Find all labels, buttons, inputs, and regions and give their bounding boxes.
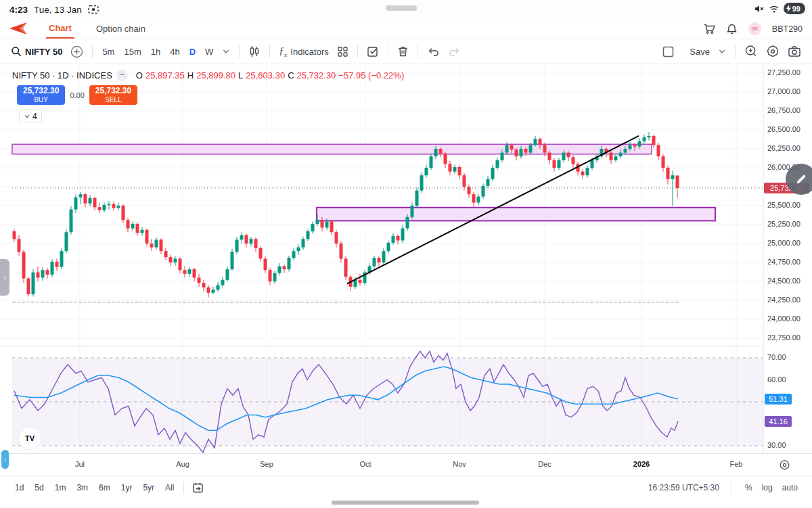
chart-area[interactable]: NIFTY 50 · 1D · INDICES − O25,897.35 H25… bbox=[0, 0, 812, 508]
buy-price: 25,732.30 bbox=[23, 87, 59, 96]
spread-value: 0.00 bbox=[70, 91, 84, 99]
low-label: L bbox=[238, 70, 243, 80]
range-1d[interactable]: 1d bbox=[9, 481, 29, 494]
rsi-axis-label: 60.00 bbox=[767, 375, 786, 384]
left-scroll-handle[interactable]: › bbox=[1, 450, 9, 469]
range-5yr[interactable]: 5yr bbox=[137, 481, 160, 494]
month-label: Nov bbox=[453, 460, 466, 468]
ohlc-values: O25,897.35 H25,899.80 L25,603.30 C25,732… bbox=[136, 70, 404, 80]
range-5d[interactable]: 5d bbox=[29, 481, 49, 494]
open-label: O bbox=[136, 70, 143, 80]
price-axis-label: 26,500.00 bbox=[767, 125, 800, 133]
price-axis-label: 24,250.00 bbox=[767, 296, 800, 304]
month-label: 2026 bbox=[633, 460, 650, 468]
month-label: Sep bbox=[260, 460, 273, 468]
bottom-toolbar: 1d5d1m3m6m1yr5yrAll 16:23:59 UTC+5:30 %l… bbox=[0, 476, 812, 499]
axis-settings-gear-icon[interactable] bbox=[779, 459, 790, 471]
change-value: −57.95 (−0.22%) bbox=[338, 70, 404, 80]
pencil-icon bbox=[794, 172, 808, 186]
scale-options: %logauto bbox=[740, 481, 803, 494]
scale-option-log[interactable]: log bbox=[757, 481, 777, 494]
range-group: 1d5d1m3m6m1yr5yrAll bbox=[9, 481, 179, 494]
rsi-axis-label: 70.00 bbox=[767, 353, 786, 361]
high-value: 25,899.80 bbox=[196, 70, 235, 80]
rsi-value-chip: 41.16 bbox=[765, 416, 792, 427]
range-1yr[interactable]: 1yr bbox=[116, 481, 138, 494]
session-clock[interactable]: 16:23:59 UTC+5:30 bbox=[648, 483, 719, 492]
price-axis-label: 25,000.00 bbox=[767, 239, 800, 247]
price-axis-label: 24,750.00 bbox=[767, 258, 800, 266]
close-value: 25,732.30 bbox=[297, 70, 336, 80]
divider bbox=[183, 482, 184, 494]
sell-price: 25,732.30 bbox=[95, 87, 131, 96]
price-axis-label: 25,250.00 bbox=[767, 220, 800, 228]
sell-button[interactable]: 25,732.30 SELL bbox=[89, 85, 137, 105]
range-1m[interactable]: 1m bbox=[49, 481, 72, 494]
month-label: Feb bbox=[730, 460, 743, 468]
price-axis-label: 24,000.00 bbox=[767, 315, 800, 323]
chart-legend: NIFTY 50 · 1D · INDICES − O25,897.35 H25… bbox=[12, 70, 404, 81]
month-label: Aug bbox=[176, 460, 189, 468]
high-label: H bbox=[187, 70, 194, 80]
scale-option-percent[interactable]: % bbox=[740, 481, 757, 494]
buy-button[interactable]: 25,732.30 BUY bbox=[17, 85, 65, 105]
price-axis-label: 27,250.00 bbox=[767, 68, 800, 76]
legend-symbol-title[interactable]: NIFTY 50 · 1D · INDICES bbox=[12, 70, 112, 80]
price-axis-label: 27,000.00 bbox=[767, 87, 800, 95]
indicator-count: 4 bbox=[32, 112, 37, 121]
price-axis-label: 24,500.00 bbox=[767, 277, 800, 285]
range-6m[interactable]: 6m bbox=[93, 481, 116, 494]
tradingview-logo[interactable]: TV bbox=[19, 428, 41, 449]
month-label: Dec bbox=[538, 460, 551, 468]
gesture-bar bbox=[332, 501, 479, 505]
price-axis-label: 25,500.00 bbox=[767, 201, 800, 209]
divider bbox=[731, 482, 732, 494]
open-value: 25,897.35 bbox=[145, 70, 185, 80]
price-axis-label: 26,750.00 bbox=[767, 106, 800, 114]
legend-collapse-button[interactable]: − bbox=[116, 70, 128, 81]
buy-label: BUY bbox=[23, 96, 59, 104]
go-to-date-button[interactable] bbox=[188, 482, 208, 494]
month-label: Oct bbox=[359, 460, 371, 468]
close-label: C bbox=[288, 70, 294, 80]
draw-fab-button[interactable] bbox=[786, 164, 812, 195]
rsi-axis-label: 30.00 bbox=[767, 441, 786, 449]
price-axis-label: 26,250.00 bbox=[767, 144, 800, 152]
calendar-go-icon bbox=[192, 482, 204, 494]
range-all[interactable]: All bbox=[160, 481, 179, 494]
time-axis[interactable]: JulAugSepOctNovDec2026Feb bbox=[0, 453, 812, 476]
range-3m[interactable]: 3m bbox=[71, 481, 93, 494]
rsi-value-chip: 51.31 bbox=[765, 394, 792, 405]
left-panel-expand-handle[interactable]: › bbox=[0, 259, 9, 296]
low-value: 25,603.30 bbox=[246, 70, 285, 80]
price-axis-label: 23,750.00 bbox=[767, 333, 800, 342]
chevron-down-icon bbox=[24, 113, 30, 120]
month-label: Jul bbox=[75, 460, 85, 468]
sell-label: SELL bbox=[95, 96, 131, 104]
order-panel: 25,732.30 BUY 0.00 25,732.30 SELL bbox=[17, 85, 137, 105]
scale-option-auto[interactable]: auto bbox=[777, 481, 803, 494]
collapsed-indicators-button[interactable]: 4 bbox=[19, 110, 42, 122]
